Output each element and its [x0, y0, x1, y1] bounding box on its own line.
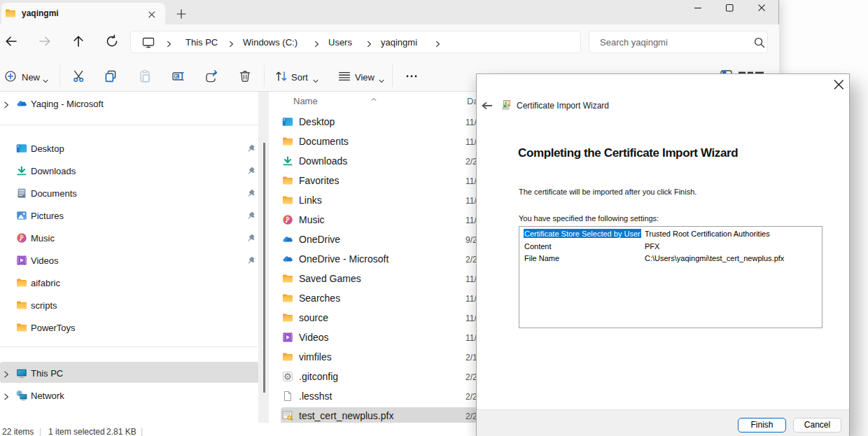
svg-text:A: A — [176, 73, 180, 79]
